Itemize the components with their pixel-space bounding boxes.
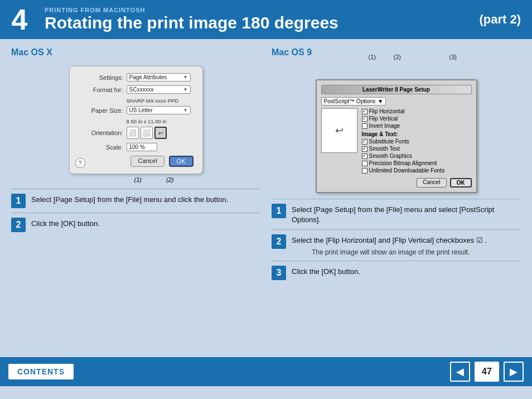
mac9-preview-icon: ↩ [335, 124, 344, 137]
paper-row: Paper Size: US Letter ▼ [79, 106, 194, 114]
format-value: SCxxxxxx [129, 86, 154, 93]
flip-horizontal-label: Flip Horizontal [369, 108, 405, 114]
scale-input[interactable]: 100 % [127, 143, 157, 151]
step-text-1: Select [Page Setup] from the [File] menu… [31, 194, 228, 205]
orientation-buttons: ⬜ ⬜ ↩ [127, 127, 167, 139]
mac9-dropdown[interactable]: PostScript™ Options ▼ [321, 97, 386, 105]
callout-2-label: (2) [166, 176, 173, 183]
mac9-dialog-buttons: Cancel OK [321, 178, 472, 188]
settings-select[interactable]: Page Attributes ▼ [127, 73, 191, 81]
macos9-step-3: 3 Click the [OK] button. [272, 261, 521, 285]
header-part: (part 2) [479, 12, 532, 27]
macos9-callouts-top: (1) (2) (3) [316, 66, 477, 78]
macosx-step-2: 2 Click the [OK] button. [11, 213, 260, 237]
mac9-unlimited-row: Unlimited Downloadable Fonts [362, 167, 472, 174]
settings-label: Settings: [79, 74, 123, 81]
macos9-steps: 1 Select [Page Setup] from the [File] me… [272, 199, 521, 285]
macos9-step-text-2: Select the [Flip Horizontal] and [Flip V… [292, 234, 521, 246]
paper-label: Paper Size: [79, 107, 123, 114]
mac9-ok-button[interactable]: OK [450, 178, 472, 188]
header-text-block: PRINTING FROM MACINTOSH Rotating the pri… [39, 7, 479, 32]
macos9-step-2: 2 Select the [Flip Horizontal] and [Flip… [272, 229, 521, 260]
page-header: 4 PRINTING FROM MACINTOSH Rotating the p… [0, 0, 532, 39]
next-page-button[interactable]: ▶ [504, 362, 524, 382]
scale-label: Scale: [79, 144, 123, 151]
step-number-1: 1 [11, 194, 26, 208]
mac9-preview: ↩ [321, 108, 357, 153]
smooth-graphics-label: Smooth Graphics [369, 153, 412, 159]
page-number: 47 [475, 362, 499, 382]
mac9-subst-fonts-row: Substitute Fonts [362, 138, 472, 145]
dialog-buttons: Cancel OK [79, 156, 194, 167]
format-row: Format for: SCxxxxxx ▼ [79, 85, 194, 94]
paper-select[interactable]: US Letter ▼ [127, 106, 191, 114]
orientation-label: Orientation: [79, 129, 123, 136]
macos9-step-number-3: 3 [272, 266, 286, 280]
settings-row: Settings: Page Attributes ▼ [79, 73, 194, 81]
step-number-2: 2 [11, 218, 26, 232]
macos9-step-text-3: Click the [OK] button. [292, 266, 360, 277]
smooth-graphics-checkbox[interactable] [362, 153, 367, 159]
unlimited-fonts-label: Unlimited Downloadable Fonts [369, 167, 445, 174]
macosx-section: Mac OS X Settings: Page Attributes ▼ For… [11, 47, 260, 352]
format-label: Format for: [79, 86, 123, 93]
page-footer: CONTENTS ◀ 47 ▶ [0, 357, 532, 386]
main-content: Mac OS X Settings: Page Attributes ▼ For… [0, 39, 532, 357]
mac9-flip-h-row: Flip Horizontal [362, 108, 472, 114]
invert-image-label: Invert Image [369, 123, 400, 129]
step-text-2: Click the [OK] button. [31, 218, 100, 229]
flip-horizontal-checkbox[interactable] [362, 109, 367, 114]
flip-vertical-label: Flip Vertical [369, 116, 398, 122]
macos9-step-note-2: The print image will show an image of th… [292, 248, 521, 256]
mac9-titlebar: LaserWriter 8 Page Setup [321, 85, 472, 94]
format-select[interactable]: SCxxxxxx ▼ [127, 85, 191, 94]
settings-value: Page Attributes [129, 74, 167, 80]
mac9-invert-row: Invert Image [362, 123, 472, 129]
macosx-title: Mac OS X [11, 47, 260, 57]
subst-fonts-label: Substitute Fonts [369, 138, 409, 145]
orientation-row: Orientation: ⬜ ⬜ ↩ [79, 127, 194, 139]
paper-value: US Letter [129, 107, 153, 113]
macos9-step-2-block: Select the [Flip Horizontal] and [Flip V… [292, 234, 521, 256]
macosx-steps: 1 Select [Page Setup] from the [File] me… [11, 189, 260, 237]
orient-portrait[interactable]: ⬜ [127, 127, 139, 139]
orient-landscape[interactable]: ⬜ [141, 127, 153, 139]
format-sub: SHARP MX-xxxx PPD [127, 98, 194, 104]
mac9-cancel-button[interactable]: Cancel [417, 178, 446, 188]
paper-arrow: ▼ [183, 108, 188, 113]
macos9-callout-2: (2) [394, 54, 401, 60]
macos9-step-1: 1 Select [Page Setup] from the [File] me… [272, 199, 521, 229]
precision-bitmap-checkbox[interactable] [362, 161, 367, 166]
macosx-dialog-area: Settings: Page Attributes ▼ Format for: … [69, 66, 203, 183]
mac9-options-panel: Flip Horizontal Flip Vertical Invert Ima… [362, 108, 472, 175]
macos9-section: Mac OS 9 (1) (2) (3) LaserWriter 8 Page … [272, 47, 521, 352]
macos9-callout-1: (1) [369, 54, 376, 60]
macos9-dialog: LaserWriter 8 Page Setup PostScript™ Opt… [316, 79, 477, 193]
unlimited-fonts-checkbox[interactable] [362, 168, 367, 174]
mac9-dropdown-arrow: ▼ [378, 98, 383, 104]
cancel-button[interactable]: Cancel [130, 156, 164, 167]
mac9-precision-row: Precision Bitmap Alignment [362, 160, 472, 166]
mac9-smooth-text-row: Smooth Text [362, 146, 472, 152]
flip-vertical-checkbox[interactable] [362, 116, 367, 122]
orient-rotated[interactable]: ↩ [154, 127, 167, 139]
macos9-step-number-2: 2 [272, 234, 286, 249]
prev-page-button[interactable]: ◀ [450, 362, 470, 382]
header-subtitle: PRINTING FROM MACINTOSH [45, 7, 479, 13]
settings-arrow: ▼ [183, 75, 188, 80]
subst-fonts-checkbox[interactable] [362, 139, 367, 145]
smooth-text-checkbox[interactable] [362, 146, 367, 152]
ok-button[interactable]: OK [169, 156, 194, 167]
help-button[interactable]: ? [75, 158, 85, 168]
contents-button[interactable]: CONTENTS [8, 364, 74, 379]
precision-bitmap-label: Precision Bitmap Alignment [369, 160, 437, 166]
macosx-step-1: 1 Select [Page Setup] from the [File] me… [11, 189, 260, 213]
macos9-step-number-1: 1 [272, 204, 286, 218]
invert-image-checkbox[interactable] [362, 123, 367, 129]
mac9-smooth-graphics-row: Smooth Graphics [362, 153, 472, 159]
callout-1-label: (1) [134, 176, 142, 183]
mac9-flip-v-row: Flip Vertical [362, 116, 472, 122]
macos9-callout-3: (3) [449, 54, 457, 60]
paper-sub: 8.50 in x 11.00 in [127, 118, 194, 124]
mac9-image-text-title: Image & Text: [362, 131, 472, 137]
